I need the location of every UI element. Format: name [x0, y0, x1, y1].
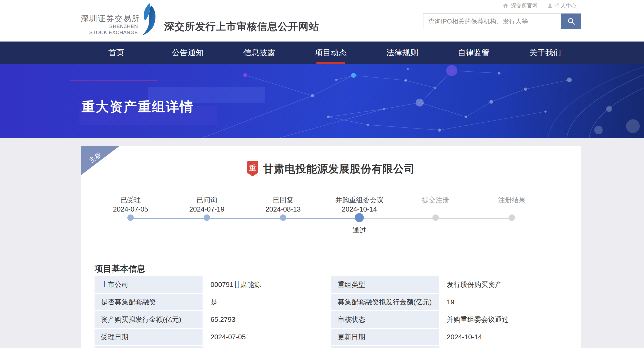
user-icon	[547, 3, 553, 9]
section-title: 项目基本信息	[95, 263, 566, 278]
nav-item[interactable]: 信息披露	[223, 42, 295, 64]
table-row	[95, 346, 566, 348]
table-row: 资产购买拟发行金额(亿元)65.2793审核状态并购重组委会议通过	[95, 311, 566, 328]
step-label: 注册结果	[474, 196, 550, 204]
table-value-cell: 2024-07-05	[204, 329, 330, 345]
step-date: 2024-07-05	[92, 205, 169, 213]
nav-item[interactable]: 关于我们	[509, 42, 581, 64]
step-label: 已问询	[169, 196, 245, 204]
step-label: 已回复	[245, 196, 321, 204]
banner: 重大资产重组详情	[0, 64, 644, 138]
site-title: 深交所发行上市审核信息公开网站	[164, 21, 319, 32]
personal-center-label: 个人中心	[555, 2, 576, 9]
table-row: 上市公司000791甘肃能源重组类型发行股份购买资产	[95, 276, 566, 293]
timeline-step: 已受理2024-07-05	[92, 196, 169, 235]
detail-card: 主板 重 甘肃电投能源发展股份有限公司 已受理2024-07-05已问询2024…	[81, 146, 581, 348]
step-dot-icon	[509, 214, 515, 221]
nav-item-label: 自律监管	[458, 47, 490, 58]
nav-item-label: 法律规则	[386, 47, 418, 58]
step-dot-icon	[432, 214, 439, 221]
step-date	[474, 205, 550, 213]
table-label-cell: 募集配套融资拟发行金额(亿元)	[331, 294, 439, 310]
table-value-cell	[440, 346, 566, 348]
timeline-step: 已回复2024-08-13	[245, 196, 321, 235]
timeline-step: 注册结果	[474, 196, 550, 235]
exchange-name-en1: SHENZHEN	[81, 23, 138, 29]
company-header: 重 甘肃电投能源发展股份有限公司	[81, 161, 581, 177]
table-value-cell: 2024-10-14	[440, 329, 566, 345]
project-info-table: 上市公司000791甘肃能源重组类型发行股份购买资产是否募集配套融资是募集配套融…	[95, 276, 566, 348]
step-dot-icon	[204, 214, 210, 221]
table-value-cell: 是	[204, 294, 330, 310]
nav-item[interactable]: 项目动态	[295, 42, 366, 64]
search-button[interactable]	[561, 13, 581, 29]
step-label: 提交注册	[397, 196, 474, 204]
nav-item-label: 关于我们	[529, 47, 561, 58]
step-label: 并购重组委会议	[321, 196, 397, 204]
step-date	[397, 205, 474, 213]
personal-center-link[interactable]: 个人中心	[547, 2, 576, 9]
page-header: 深交所官网 个人中心 深圳证券交易所 SHENZHEN STOCK EXCHAN…	[0, 0, 644, 42]
exchange-name-en2: STOCK EXCHANGE	[81, 29, 138, 35]
table-label-cell: 审核状态	[331, 311, 439, 328]
timeline-step: 已问询2024-07-19	[169, 196, 245, 235]
table-label-cell: 是否募集配套融资	[95, 294, 203, 310]
step-dot-icon	[355, 213, 364, 222]
table-label-cell: 上市公司	[95, 276, 203, 293]
search-box	[423, 13, 581, 29]
table-value-cell: 19	[440, 294, 566, 310]
table-label-cell: 更新日期	[331, 329, 439, 345]
nav-item-label: 首页	[108, 47, 124, 58]
table-value-cell: 发行股份购买资产	[440, 276, 566, 293]
table-value-cell	[204, 346, 330, 348]
table-label-cell	[95, 346, 203, 348]
exchange-logo-text: 深圳证券交易所 SHENZHEN STOCK EXCHANGE	[81, 14, 138, 35]
table-value-cell: 并购重组委会议通过	[440, 311, 566, 328]
nav-item[interactable]: 自律监管	[438, 42, 509, 64]
table-row: 是否募集配套融资是募集配套融资拟发行金额(亿元)19	[95, 294, 566, 310]
exchange-name-cn: 深圳证券交易所	[81, 14, 138, 23]
exchange-logo-icon	[140, 3, 161, 36]
step-label: 已受理	[92, 196, 169, 204]
table-label-cell: 受理日期	[95, 329, 203, 345]
table-value-cell: 65.2793	[204, 311, 330, 328]
official-site-label: 深交所官网	[511, 2, 538, 9]
table-label-cell: 重组类型	[331, 276, 439, 293]
search-icon	[567, 17, 575, 26]
table-label-cell	[331, 346, 439, 348]
nav-item[interactable]: 首页	[80, 42, 152, 64]
audit-timeline: 已受理2024-07-05已问询2024-07-19已回复2024-08-13并…	[92, 196, 550, 236]
step-result: 通过	[321, 226, 397, 235]
utility-bar: 深交所官网 个人中心	[503, 2, 576, 9]
company-name: 甘肃电投能源发展股份有限公司	[263, 162, 415, 176]
home-icon	[503, 3, 509, 9]
step-date: 2024-08-13	[245, 205, 321, 213]
nav-item-label: 信息披露	[243, 47, 275, 58]
table-row: 受理日期2024-07-05更新日期2024-10-14	[95, 329, 566, 345]
page-title: 重大资产重组详情	[82, 98, 194, 116]
step-date: 2024-07-19	[169, 205, 245, 213]
nav-item-label: 项目动态	[315, 47, 347, 58]
main-content: 主板 重 甘肃电投能源发展股份有限公司 已受理2024-07-05已问询2024…	[0, 138, 644, 348]
active-underline	[316, 62, 345, 64]
official-site-link[interactable]: 深交所官网	[503, 2, 538, 9]
timeline-step: 并购重组委会议2024-10-14通过	[321, 196, 397, 235]
nav-item[interactable]: 法律规则	[366, 42, 438, 64]
nav-item[interactable]: 公告通知	[152, 42, 223, 64]
step-dot-icon	[127, 214, 134, 221]
restructuring-badge-icon: 重	[247, 161, 258, 176]
main-nav: 首页公告通知信息披露项目动态法律规则自律监管关于我们	[0, 42, 644, 64]
step-dot-icon	[280, 214, 286, 221]
nav-item-label: 公告通知	[172, 47, 204, 58]
search-input[interactable]	[423, 13, 561, 29]
table-value-cell: 000791甘肃能源	[204, 276, 330, 293]
step-date: 2024-10-14	[321, 205, 397, 213]
timeline-step: 提交注册	[397, 196, 474, 235]
table-label-cell: 资产购买拟发行金额(亿元)	[95, 311, 203, 328]
